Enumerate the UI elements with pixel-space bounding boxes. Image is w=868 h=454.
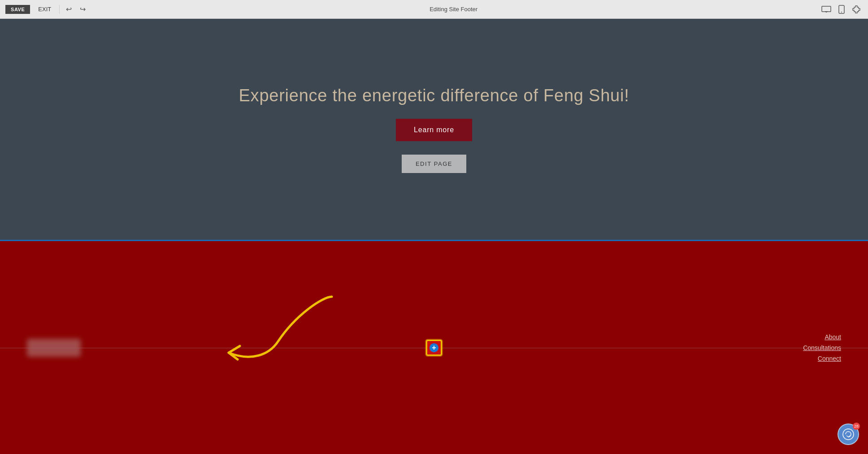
footer-nav-consultations[interactable]: Consultations: [803, 344, 841, 351]
desktop-icon: [821, 6, 831, 13]
learn-more-button[interactable]: Learn more: [396, 119, 472, 141]
svg-point-4: [841, 12, 842, 13]
view-mode-icons: [820, 3, 863, 16]
exit-button[interactable]: EXIT: [35, 4, 55, 14]
undo-button[interactable]: ↩: [64, 3, 74, 15]
page-headline: Experience the energetic difference of F…: [239, 86, 629, 105]
mobile-icon: [838, 5, 845, 14]
footer-badge[interactable]: 28: [838, 424, 859, 445]
footer-nav-connect[interactable]: Connect: [818, 355, 841, 362]
mobile-view-button[interactable]: [837, 3, 846, 16]
svg-rect-0: [822, 6, 831, 12]
extension-button[interactable]: [850, 3, 863, 16]
content-area: Experience the energetic difference of F…: [0, 19, 868, 454]
page-title: Editing Site Footer: [92, 6, 815, 13]
footer-nav-about[interactable]: About: [825, 333, 841, 341]
edit-page-button[interactable]: EDIT PAGE: [402, 155, 466, 173]
plus-icon: +: [430, 343, 438, 352]
footer-section: + About Consultations Connect 28: [0, 240, 868, 454]
page-hero-section: Experience the energetic difference of F…: [0, 19, 868, 240]
svg-point-5: [843, 429, 854, 440]
puzzle-icon: [852, 5, 861, 14]
toolbar: SAVE EXIT ↩ ↪ Editing Site Footer: [0, 0, 868, 19]
desktop-view-button[interactable]: [820, 4, 833, 15]
footer-nav: About Consultations Connect: [803, 333, 841, 362]
redo-button[interactable]: ↪: [78, 3, 87, 15]
badge-icon: [842, 428, 855, 441]
toolbar-separator: [59, 5, 60, 14]
save-button[interactable]: SAVE: [5, 5, 30, 14]
badge-count: 28: [853, 423, 860, 430]
add-block-button[interactable]: +: [426, 340, 442, 356]
footer-divider-row: +: [0, 340, 868, 356]
